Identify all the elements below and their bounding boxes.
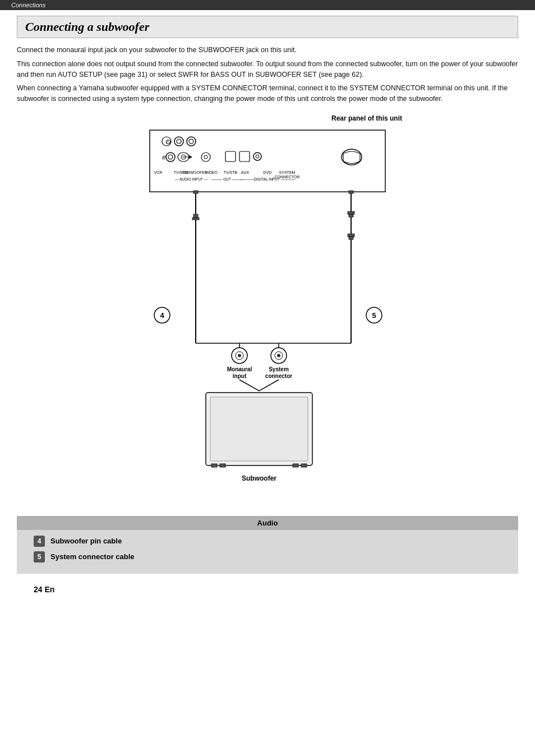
legend-title: Audio: [17, 516, 518, 530]
rear-panel-label: Rear panel of this unit: [133, 114, 402, 122]
svg-text:————DIGITAL INPUT ————: ————DIGITAL INPUT ————: [239, 177, 296, 181]
body-paragraph-3: When connecting a Yamaha subwoofer equip…: [17, 83, 518, 104]
svg-rect-47: [348, 234, 354, 237]
section-title: Connecting a subwoofer: [25, 20, 149, 34]
legend-items: 4 Subwoofer pin cable 5 System connector…: [17, 530, 518, 574]
svg-text:⏻: ⏻: [165, 139, 171, 145]
svg-point-59: [277, 354, 280, 357]
section-title-box: Connecting a subwoofer: [17, 16, 518, 38]
svg-rect-70: [293, 464, 298, 467]
svg-point-56: [238, 354, 241, 357]
svg-text:5: 5: [372, 311, 376, 320]
legend-text-5: System connector cable: [50, 552, 135, 561]
svg-rect-68: [211, 464, 217, 467]
legend-text-4: Subwoofer pin cable: [50, 537, 122, 545]
legend-num-4: 4: [34, 536, 45, 547]
body-paragraph-2: This connection alone does not output so…: [17, 59, 518, 80]
svg-rect-38: [192, 218, 199, 220]
svg-rect-67: [210, 397, 308, 461]
svg-text:——— OUT ———: ——— OUT ———: [211, 177, 243, 181]
svg-rect-0: [150, 130, 385, 192]
svg-rect-45: [349, 214, 353, 217]
legend-num-5: 5: [34, 551, 45, 563]
svg-text:SUBWOOFER: SUBWOOFER: [182, 170, 207, 174]
svg-text:input: input: [233, 373, 247, 379]
svg-text:connector: connector: [265, 373, 292, 379]
svg-rect-37: [193, 214, 198, 218]
svg-text:TV/STB: TV/STB: [224, 170, 238, 174]
svg-rect-44: [348, 211, 354, 214]
legend-item-4: 4 Subwoofer pin cable: [34, 536, 501, 547]
top-bar-label: Connections: [11, 2, 45, 8]
legend-box: Audio 4 Subwoofer pin cable 5 System con…: [17, 516, 518, 574]
svg-text:Subwoofer: Subwoofer: [242, 474, 276, 482]
connection-diagram: ⏻ B: [116, 125, 419, 506]
svg-rect-42: [349, 191, 353, 193]
svg-rect-48: [349, 237, 353, 239]
svg-text:4: 4: [160, 311, 164, 320]
main-content: Connecting a subwoofer Connect the monau…: [0, 16, 535, 605]
svg-text:Monaural: Monaural: [227, 366, 252, 372]
svg-text:VIDEO: VIDEO: [205, 170, 218, 174]
body-paragraph-1: Connect the monaural input jack on your …: [17, 45, 518, 56]
svg-text:B: B: [162, 155, 165, 160]
svg-rect-69: [220, 464, 225, 467]
top-bar: Connections: [0, 0, 535, 10]
svg-text:VCR: VCR: [154, 170, 163, 174]
svg-text:System: System: [269, 366, 289, 372]
diagram-area: Rear panel of this unit ⏻ B: [17, 114, 518, 506]
svg-text:AUX: AUX: [241, 170, 250, 174]
svg-text:SYSTEM: SYSTEM: [279, 170, 296, 174]
page-number: 24 En: [34, 585, 518, 594]
svg-text:DVD: DVD: [264, 170, 272, 174]
svg-rect-35: [193, 191, 198, 193]
legend-item-5: 5 System connector cable: [34, 551, 501, 563]
svg-text:— AUDIO INPUT —: — AUDIO INPUT —: [175, 177, 208, 181]
svg-rect-71: [301, 464, 307, 467]
